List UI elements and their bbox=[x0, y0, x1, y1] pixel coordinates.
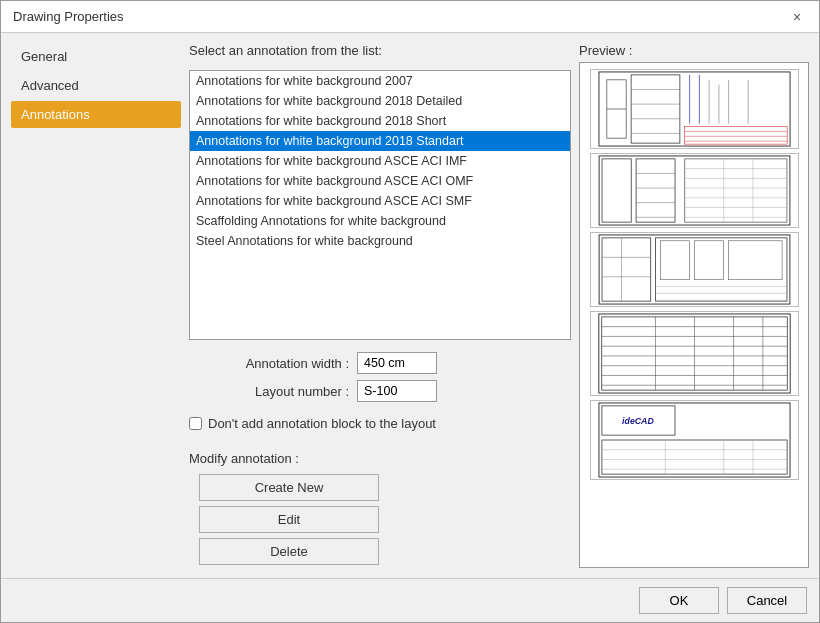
dialog-body: General Advanced Annotations Select an a… bbox=[1, 33, 819, 578]
layout-number-label: Layout number : bbox=[189, 384, 349, 399]
cancel-button[interactable]: Cancel bbox=[727, 587, 807, 614]
dialog-title: Drawing Properties bbox=[13, 9, 124, 24]
preview-thumb-4 bbox=[590, 311, 799, 396]
preview-box: ideCAD bbox=[579, 62, 809, 568]
list-label: Select an annotation from the list: bbox=[189, 43, 571, 58]
delete-button[interactable]: Delete bbox=[199, 538, 379, 565]
annotation-block-checkbox[interactable] bbox=[189, 417, 202, 430]
main-content: Select an annotation from the list: Anno… bbox=[189, 43, 571, 568]
annotation-list-item[interactable]: Annotations for white background 2018 Sh… bbox=[190, 111, 570, 131]
layout-number-input[interactable] bbox=[357, 380, 437, 402]
layout-number-row: Layout number : bbox=[189, 380, 571, 402]
annotation-block-label[interactable]: Don't add annotation block to the layout bbox=[208, 416, 436, 431]
create-new-button[interactable]: Create New bbox=[199, 474, 379, 501]
sidebar-item-advanced[interactable]: Advanced bbox=[11, 72, 181, 99]
preview-thumb-2 bbox=[590, 153, 799, 228]
annotation-list-item[interactable]: Annotations for white background 2018 De… bbox=[190, 91, 570, 111]
dialog-footer: OK Cancel bbox=[1, 578, 819, 622]
annotation-list-item[interactable]: Steel Annotations for white background bbox=[190, 231, 570, 251]
annotation-width-row: Annotation width : bbox=[189, 352, 571, 374]
annotation-list[interactable]: Annotations for white background 2007Ann… bbox=[189, 70, 571, 340]
checkbox-row: Don't add annotation block to the layout bbox=[189, 416, 571, 431]
annotation-list-item[interactable]: Annotations for white background ASCE AC… bbox=[190, 171, 570, 191]
annotation-width-input[interactable] bbox=[357, 352, 437, 374]
sidebar-item-general[interactable]: General bbox=[11, 43, 181, 70]
preview-thumb-5: ideCAD bbox=[590, 400, 799, 480]
annotation-list-item[interactable]: Annotations for white background ASCE AC… bbox=[190, 151, 570, 171]
annotation-width-label: Annotation width : bbox=[189, 356, 349, 371]
preview-thumb-1 bbox=[590, 69, 799, 149]
modify-section: Modify annotation : Create New Edit Dele… bbox=[189, 451, 571, 565]
annotation-list-item[interactable]: Annotations for white background 2007 bbox=[190, 71, 570, 91]
annotation-list-item[interactable]: Scaffolding Annotations for white backgr… bbox=[190, 211, 570, 231]
title-bar: Drawing Properties × bbox=[1, 1, 819, 33]
svg-rect-22 bbox=[597, 154, 792, 227]
fields-section: Annotation width : Layout number : bbox=[189, 352, 571, 402]
edit-button[interactable]: Edit bbox=[199, 506, 379, 533]
sidebar: General Advanced Annotations bbox=[11, 43, 181, 568]
svg-text:ideCAD: ideCAD bbox=[622, 416, 654, 426]
preview-panel: Preview : bbox=[579, 43, 809, 568]
modify-label: Modify annotation : bbox=[189, 451, 571, 466]
ok-button[interactable]: OK bbox=[639, 587, 719, 614]
annotation-list-item[interactable]: Annotations for white background 2018 St… bbox=[190, 131, 570, 151]
annotation-list-item[interactable]: Annotations for white background ASCE AC… bbox=[190, 191, 570, 211]
preview-label: Preview : bbox=[579, 43, 809, 58]
modify-buttons: Create New Edit Delete bbox=[199, 474, 379, 565]
preview-thumb-3 bbox=[590, 232, 799, 307]
sidebar-item-annotations[interactable]: Annotations bbox=[11, 101, 181, 128]
close-button[interactable]: × bbox=[787, 7, 807, 27]
drawing-properties-dialog: Drawing Properties × General Advanced An… bbox=[0, 0, 820, 623]
